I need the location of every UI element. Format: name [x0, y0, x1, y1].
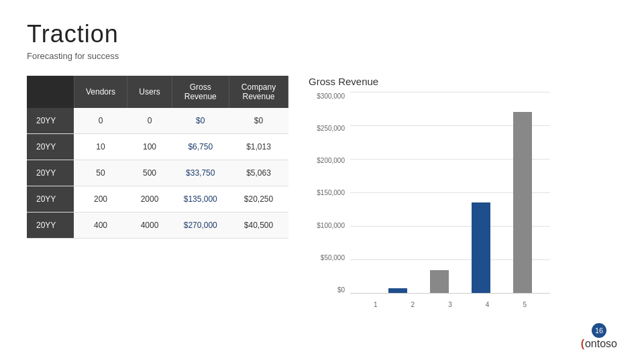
cell-company: $1,013: [229, 134, 288, 160]
table-header-row: Vendors Users GrossRevenue CompanyRevenu…: [27, 76, 288, 108]
cell-year: 20YY: [27, 134, 74, 160]
cell-year: 20YY: [27, 186, 74, 213]
chart-plot: [350, 93, 550, 294]
x-axis-label: 5: [514, 301, 535, 308]
logo-text: ontoso: [585, 338, 617, 350]
cell-company: $5,063: [229, 160, 288, 186]
bar-blue: [388, 288, 407, 293]
cell-company: $40,500: [229, 213, 288, 239]
table-row: 20YY 10 100 $6,750 $1,013: [27, 134, 288, 160]
table-row: 20YY 50 500 $33,750 $5,063: [27, 160, 288, 186]
bar-gray: [430, 270, 449, 293]
col-header-company: CompanyRevenue: [229, 76, 288, 108]
bar-blue: [472, 202, 490, 293]
cell-users: 4000: [127, 213, 172, 239]
table-row: 20YY 0 0 $0 $0: [27, 108, 288, 134]
chart-y-axis: $300,000$250,000$200,000$150,000$100,000…: [309, 93, 349, 294]
chart-area: $300,000$250,000$200,000$150,000$100,000…: [309, 93, 550, 314]
cell-gross: $33,750: [172, 160, 229, 186]
bar-group: [429, 270, 450, 293]
table-row: 20YY 200 2000 $135,000 $20,250: [27, 186, 288, 213]
x-axis-label: 2: [402, 301, 423, 308]
cell-gross: $270,000: [172, 213, 229, 239]
data-table: Vendors Users GrossRevenue CompanyRevenu…: [27, 76, 288, 239]
logo-area: ( ontoso 16: [581, 338, 617, 350]
cell-company: $20,250: [229, 186, 288, 213]
y-axis-label: $50,000: [321, 254, 345, 261]
cell-gross: $0: [172, 108, 229, 134]
cell-company: $0: [229, 108, 288, 134]
col-header-gross: GrossRevenue: [172, 76, 229, 108]
table-row: 20YY 400 4000 $270,000 $40,500: [27, 213, 288, 239]
cell-year: 20YY: [27, 160, 74, 186]
x-axis-label: 1: [365, 301, 386, 308]
col-header-users: Users: [127, 76, 172, 108]
x-axis-label: 4: [477, 301, 498, 308]
cell-vendors: 400: [74, 213, 127, 239]
y-axis-label: $100,000: [317, 222, 345, 229]
cell-vendors: 200: [74, 186, 127, 213]
cell-users: 0: [127, 108, 172, 134]
y-axis-label: $150,000: [317, 189, 345, 196]
bar-group: [387, 288, 409, 293]
page-subtitle: Forecasting for success: [27, 51, 617, 61]
y-axis-label: $300,000: [317, 93, 345, 100]
chart-title: Gross Revenue: [309, 76, 617, 87]
cell-year: 20YY: [27, 213, 74, 239]
page-title: Traction: [27, 20, 617, 48]
bar-group: [470, 202, 492, 293]
page: Traction Forecasting for success Vendors…: [0, 0, 644, 362]
cell-vendors: 10: [74, 134, 127, 160]
logo-c: (: [581, 338, 584, 350]
chart-x-axis: 12345: [350, 301, 550, 308]
cell-users: 100: [127, 134, 172, 160]
cell-users: 500: [127, 160, 172, 186]
cell-vendors: 50: [74, 160, 127, 186]
page-number: 16: [592, 323, 606, 338]
bar-gray: [513, 112, 532, 293]
bar-group: [512, 112, 533, 293]
x-axis-label: 3: [439, 301, 461, 308]
col-header-year: [27, 76, 74, 108]
cell-gross: $6,750: [172, 134, 229, 160]
y-axis-label: $0: [337, 286, 345, 294]
cell-vendors: 0: [74, 108, 127, 134]
y-axis-label: $250,000: [317, 125, 345, 132]
y-axis-label: $200,000: [317, 157, 345, 164]
col-header-vendors: Vendors: [74, 76, 127, 108]
cell-gross: $135,000: [172, 186, 229, 213]
logo: ( ontoso: [581, 338, 617, 350]
content-row: Vendors Users GrossRevenue CompanyRevenu…: [27, 76, 617, 314]
chart-container: Gross Revenue $300,000$250,000$200,000$1…: [309, 76, 617, 314]
cell-users: 2000: [127, 186, 172, 213]
cell-year: 20YY: [27, 108, 74, 134]
